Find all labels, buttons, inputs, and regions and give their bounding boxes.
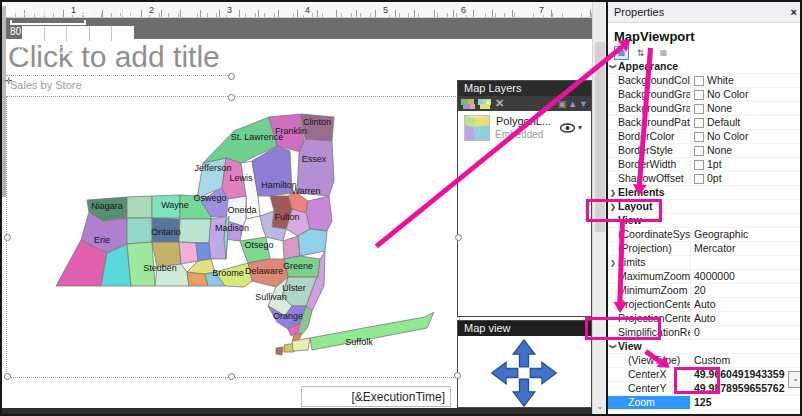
property-name: ProjectionCenter) (618, 298, 690, 311)
expander-chevron-icon (608, 396, 618, 409)
property-section-appearance[interactable]: ❯Appearance (608, 60, 802, 74)
county-label: Ontario (151, 227, 181, 237)
county-label: Suffolk (345, 337, 373, 347)
add-layer-icon[interactable] (478, 98, 492, 110)
property-value[interactable]: None (690, 144, 802, 157)
scrollbar-down-button[interactable]: ⌄ (593, 400, 607, 414)
color-swatch (694, 90, 704, 100)
property-value[interactable]: Custom (690, 354, 802, 367)
property-row-maximumzoom[interactable]: MaximumZoom4000000 (608, 270, 802, 284)
property-value[interactable]: Default (690, 116, 802, 129)
property-name: BorderColor (618, 130, 690, 143)
property-row-borderwidth[interactable]: BorderWidth1pt (608, 158, 802, 172)
expander-chevron-icon (608, 144, 618, 157)
property-value[interactable]: Auto (690, 312, 802, 325)
selection-handle[interactable] (4, 373, 11, 380)
expander-chevron-icon (608, 158, 618, 171)
subtitle-textbox[interactable]: Sales by Store (10, 79, 230, 95)
county-label: Essex (302, 154, 327, 164)
expander-chevron-icon[interactable]: ❯ (608, 186, 618, 199)
expander-chevron-icon[interactable]: ❯ (608, 256, 618, 269)
property-value[interactable]: 4000000 (690, 270, 802, 283)
county-label: Broome (212, 268, 244, 278)
selection-handle[interactable] (4, 234, 11, 241)
selection-handle[interactable] (454, 372, 461, 379)
title-textbox-border (6, 75, 232, 76)
expander-chevron-icon[interactable]: ❯ (607, 62, 620, 72)
ny-county-map[interactable]: NiagaraWayneOswegoErieOntarioSteubenJeff… (29, 100, 464, 372)
property-value[interactable]: No Color (690, 88, 802, 101)
property-row-coordinatesyster[interactable]: (CoordinateSysterGeographic (608, 228, 802, 242)
property-name: Appearance (618, 60, 690, 73)
selected-object-name: MapViewport (608, 23, 802, 46)
color-scale-label: 160 (116, 8, 133, 19)
property-section-view[interactable]: ❯View (608, 340, 802, 354)
new-layer-wizard-icon[interactable] (461, 98, 475, 110)
property-row-projectioncenter[interactable]: ProjectionCenter)Auto (608, 298, 802, 312)
property-row-zoom[interactable]: Zoom125 (608, 396, 802, 410)
property-value[interactable]: Mercator (690, 242, 802, 255)
property-value[interactable]: Auto (690, 298, 802, 311)
property-name: ShadowOffset (618, 172, 690, 185)
expander-chevron-icon (608, 242, 618, 255)
property-row-minimumzoom[interactable]: MinimumZoom20 (608, 284, 802, 298)
property-value-text: Mercator (694, 242, 735, 255)
property-value[interactable]: 125 (690, 396, 802, 409)
property-value[interactable]: 0pt (690, 172, 802, 185)
property-row-projection[interactable]: (Projection)Mercator (608, 242, 802, 256)
property-value[interactable]: 1pt (690, 158, 802, 171)
property-row-limits[interactable]: ❯Limits (608, 256, 802, 270)
color-swatch (694, 146, 704, 156)
layer-options-dropdown-icon[interactable]: ▾ (578, 123, 582, 132)
property-value[interactable]: 0 (690, 326, 802, 339)
selection-handle[interactable] (228, 73, 235, 80)
selection-handle[interactable] (455, 234, 462, 241)
pan-left-arrow[interactable] (492, 362, 518, 384)
move-layer-up-icon[interactable]: ▲ (568, 99, 577, 109)
distance-km-label: 100 km (10, 6, 43, 17)
selection-handle[interactable] (228, 373, 235, 380)
property-row-backgroundgradi[interactable]: BackgroundGradiNone (608, 102, 802, 116)
report-title-textbox[interactable]: Click to add title (8, 40, 232, 76)
expander-chevron-icon (608, 368, 618, 381)
layer-thumbnail (464, 115, 490, 141)
county-polygon (179, 242, 198, 264)
expander-chevron-icon (608, 270, 618, 283)
property-value[interactable]: No Color (690, 130, 802, 143)
property-row-borderstyle[interactable]: BorderStyleNone (608, 144, 802, 158)
property-value[interactable]: None (690, 102, 802, 115)
pan-right-arrow[interactable] (530, 362, 556, 384)
selection-handle[interactable] (228, 94, 235, 101)
color-scale-label: 40 (80, 8, 91, 19)
move-layer-down-icon[interactable]: ▼ (579, 99, 588, 109)
color-swatch (694, 174, 704, 184)
alphabetical-sort-icon[interactable]: ⇅ (633, 46, 648, 60)
property-value[interactable]: White (690, 74, 802, 87)
property-value[interactable]: Geographic (690, 228, 802, 241)
property-pages-icon[interactable]: ▦ (657, 47, 670, 59)
property-value-text: No Color (707, 130, 748, 143)
close-icon[interactable]: × (791, 2, 797, 22)
layer-visibility-eye-icon[interactable] (560, 123, 575, 133)
property-name: MaximumZoom (618, 270, 690, 283)
property-row-backgroundcolor[interactable]: BackgroundColorWhite (608, 74, 802, 88)
property-value-text: 4000000 (694, 270, 735, 283)
execution-time-textbox[interactable]: [&ExecutionTime] (301, 386, 451, 407)
property-row-viewtype[interactable]: (ViewType)Custom (608, 354, 802, 368)
color-scale-bar (22, 26, 134, 41)
delete-layer-icon[interactable]: ✕ (495, 97, 504, 110)
property-value-text: 0pt (707, 172, 722, 185)
property-row-backgroundpatte[interactable]: BackgroundPatteDefault (608, 116, 802, 130)
county-label: Sullivan (255, 292, 287, 302)
pan-up-arrow[interactable] (513, 340, 535, 367)
county-label: Steuben (143, 263, 177, 273)
property-name: BackgroundColor (618, 74, 690, 87)
property-row-backgroundgradi[interactable]: BackgroundGradiNo Color (608, 88, 802, 102)
property-row-bordercolor[interactable]: BorderColorNo Color (608, 130, 802, 144)
expander-chevron-icon[interactable]: ❯ (607, 342, 620, 352)
property-value[interactable]: 20 (690, 284, 802, 297)
property-value[interactable] (690, 256, 802, 269)
pan-down-arrow[interactable] (513, 379, 535, 406)
expander-chevron-icon (608, 102, 618, 115)
zoom-value-dropdown[interactable]: ⌄ (788, 371, 802, 388)
